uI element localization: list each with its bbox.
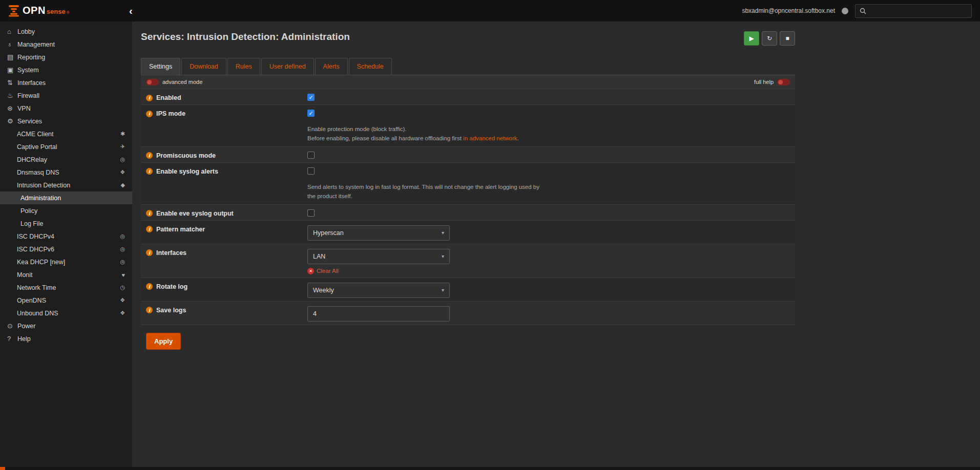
sidebar-item-policy[interactable]: Policy (0, 204, 132, 217)
horizontal-scrollbar-track[interactable] (0, 467, 980, 470)
service-start-button[interactable]: ▶ (744, 31, 759, 46)
search-input[interactable] (870, 7, 967, 14)
broadcast-icon: ◎ (120, 156, 125, 163)
sidebar-item-kea-dhcp[interactable]: Kea DHCP [new] ◎ (0, 255, 132, 268)
tags-icon: ❖ (120, 169, 125, 176)
tab-settings[interactable]: Settings (141, 58, 180, 75)
settings-form: Enabled IPS mode Enable protection mo (141, 89, 795, 325)
full-help-toggle[interactable] (777, 79, 790, 86)
form-row-ips-mode: IPS mode Enable protection mode (block t… (141, 105, 795, 147)
sidebar-item-label: Firewall (17, 92, 39, 99)
sidebar-item-reporting[interactable]: ▤ Reporting (0, 51, 132, 63)
sidebar-item-label: Network Time (17, 284, 56, 291)
sidebar-item-isc-dhcpv6[interactable]: ISC DHCPv6 ◎ (0, 243, 132, 255)
field-label: Enable syslog alerts (156, 168, 218, 175)
apply-button[interactable]: Apply (146, 333, 181, 350)
interfaces-select[interactable]: LAN ▾ (307, 249, 450, 264)
info-icon[interactable] (146, 283, 153, 290)
eve-syslog-output-checkbox[interactable] (307, 209, 315, 217)
info-icon[interactable] (146, 95, 153, 101)
sidebar-item-power[interactable]: ⊙ Power (0, 319, 132, 332)
info-icon[interactable] (146, 152, 153, 159)
info-icon[interactable] (146, 210, 153, 217)
rotate-log-select[interactable]: Weekly ▾ (307, 283, 450, 298)
sidebar-item-management[interactable]: ♁ Management (0, 38, 132, 51)
field-label: Save logs (156, 307, 186, 314)
sidebar-item-label: Reporting (17, 54, 45, 61)
info-icon[interactable] (146, 249, 153, 256)
tab-schedule[interactable]: Schedule (349, 58, 392, 75)
sidebar-item-lobby[interactable]: ⌂ Lobby (0, 25, 132, 38)
opnsense-logo[interactable]: OPNsense® (8, 5, 124, 17)
sidebar-item-label: Dnsmasq DNS (17, 169, 59, 176)
info-icon[interactable] (146, 111, 153, 117)
sidebar-item-network-time[interactable]: Network Time ◷ (0, 281, 132, 294)
clear-all-button[interactable]: Clear All (307, 268, 450, 274)
full-help-label: full help (754, 79, 774, 85)
refresh-icon: ↻ (767, 35, 772, 42)
chevron-down-icon: ▾ (442, 253, 444, 259)
field-label: Pattern matcher (156, 226, 205, 233)
tags-icon: ❖ (120, 297, 125, 304)
clock-icon: ◷ (120, 284, 125, 291)
info-icon[interactable] (146, 168, 153, 175)
info-icon[interactable] (146, 307, 153, 313)
sidebar-item-help[interactable]: ? Help (0, 332, 132, 345)
sidebar-item-services[interactable]: ⚙ Services (0, 115, 132, 127)
sidebar-item-isc-dhcpv4[interactable]: ISC DHCPv4 ◎ (0, 230, 132, 243)
form-row-syslog-alerts: Enable syslog alerts Send alerts to syst… (141, 163, 795, 205)
sidebar-item-vpn[interactable]: ⊛ VPN (0, 102, 132, 115)
sidebar-item-label: Management (17, 41, 55, 48)
ips-mode-checkbox[interactable] (307, 110, 315, 117)
service-stop-button[interactable]: ■ (780, 31, 795, 46)
tab-download[interactable]: Download (181, 58, 226, 75)
sidebar-item-interfaces[interactable]: ⇅ Interfaces (0, 76, 132, 89)
sidebar-item-dnsmasq-dns[interactable]: Dnsmasq DNS ❖ (0, 166, 132, 179)
advanced-network-link[interactable]: in advanced network (463, 135, 517, 141)
logged-in-user[interactable]: sbxadmin@opncentral.softbox.net (742, 7, 835, 14)
sidebar-collapse-icon[interactable]: ‹ (129, 6, 133, 16)
sidebar-item-label: Unbound DNS (17, 310, 58, 317)
tab-rules[interactable]: Rules (227, 58, 260, 75)
sidebar-item-administration[interactable]: Administration (0, 191, 132, 204)
sidebar-item-unbound-dns[interactable]: Unbound DNS ❖ (0, 307, 132, 319)
sidebar-item-system[interactable]: ▣ System (0, 63, 132, 76)
sidebar-item-label: Lobby (17, 28, 35, 35)
tab-alerts[interactable]: Alerts (315, 58, 348, 75)
field-label: Interfaces (156, 249, 186, 257)
service-restart-button[interactable]: ↻ (762, 31, 777, 46)
field-label: Enabled (156, 94, 181, 101)
pattern-matcher-select[interactable]: Hyperscan ▾ (307, 225, 450, 241)
global-search[interactable] (855, 4, 972, 18)
syslog-alerts-checkbox[interactable] (307, 167, 315, 175)
field-label: Rotate log (156, 283, 187, 290)
advanced-mode-toggle[interactable] (146, 79, 159, 86)
tab-user-defined[interactable]: User defined (261, 58, 314, 75)
help-text: Send alerts to system log in fast log fo… (307, 182, 548, 201)
select-value: Hyperscan (313, 229, 344, 237)
main-content: Services: Intrusion Detection: Administr… (132, 22, 980, 470)
horizontal-scrollbar-thumb[interactable] (0, 467, 5, 470)
save-logs-input[interactable] (307, 306, 450, 322)
sidebar-item-captive-portal[interactable]: Captive Portal ✈ (0, 140, 132, 153)
sidebar-item-opendns[interactable]: OpenDNS ❖ (0, 294, 132, 307)
gear-icon: ⚙ (7, 117, 17, 125)
user-status-dot (842, 8, 848, 14)
sidebar-item-dhcrelay[interactable]: DHCRelay ◎ (0, 153, 132, 166)
sidebar-item-label: Kea DHCP [new] (17, 259, 65, 266)
sidebar-item-intrusion-detection[interactable]: Intrusion Detection ◆ (0, 179, 132, 191)
options-bar: advanced mode full help (141, 75, 795, 89)
select-value: LAN (313, 253, 325, 260)
sidebar-item-log-file[interactable]: Log File (0, 217, 132, 230)
sidebar-item-firewall[interactable]: ♨ Firewall (0, 89, 132, 102)
broadcast-icon: ◎ (120, 259, 125, 265)
sidebar-item-monit[interactable]: Monit ♥ (0, 268, 132, 281)
sidebar-item-label: Power (17, 323, 35, 330)
promiscuous-mode-checkbox[interactable] (307, 152, 315, 159)
enabled-checkbox[interactable] (307, 94, 315, 101)
sidebar-item-acme-client[interactable]: ACME Client ✱ (0, 127, 132, 140)
info-icon[interactable] (146, 226, 153, 232)
heart-icon: ♥ (121, 272, 125, 278)
opnsense-logo-icon (8, 5, 19, 17)
sidebar-item-label: System (17, 67, 39, 74)
